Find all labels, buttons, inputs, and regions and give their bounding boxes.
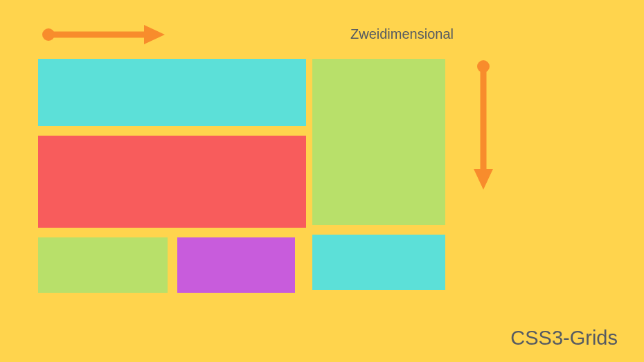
horizontal-arrow-icon	[42, 25, 166, 47]
grid-cell-c	[38, 237, 168, 293]
svg-marker-5	[474, 169, 493, 190]
vertical-arrow-icon	[474, 60, 493, 194]
grid-cell-d	[177, 237, 295, 293]
svg-marker-2	[144, 25, 165, 44]
grid-cell-e	[312, 235, 445, 290]
grid-cell-a	[38, 59, 306, 126]
footer-title: CSS3-Grids	[510, 327, 618, 350]
subtitle-text: Zweidimensional	[350, 26, 454, 42]
grid-cell-b	[38, 136, 306, 228]
